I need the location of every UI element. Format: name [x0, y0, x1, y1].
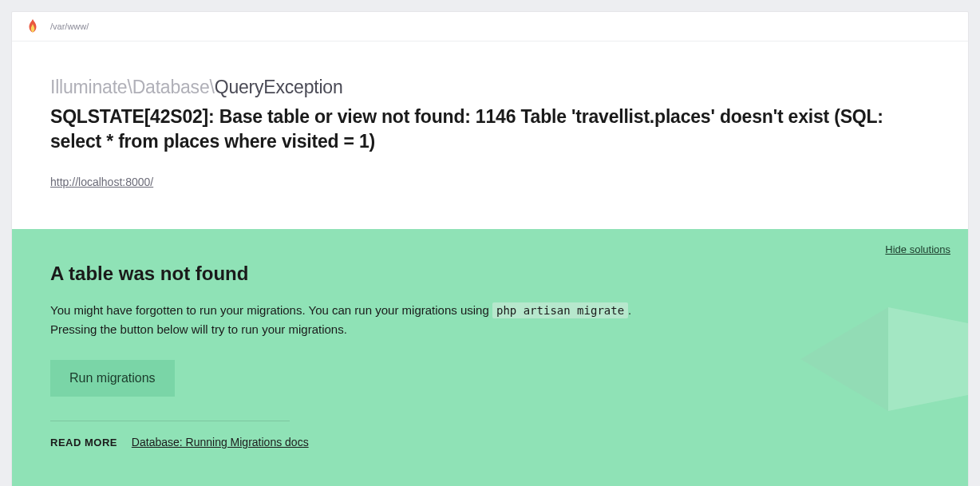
solution-panel: Hide solutions A table was not found You…	[12, 229, 968, 486]
hide-solutions-link[interactable]: Hide solutions	[885, 243, 950, 255]
exception-name: QueryException	[215, 77, 343, 97]
run-migrations-button[interactable]: Run migrations	[50, 360, 175, 397]
top-bar: /var/www/	[12, 12, 968, 41]
error-details-section: Illuminate\Database\QueryException SQLST…	[12, 41, 968, 229]
ignition-flame-icon	[28, 19, 38, 34]
read-more-label: READ MORE	[50, 437, 117, 448]
solution-code-command: php artisan migrate	[492, 302, 628, 318]
solution-desc-line2: Pressing the button below will try to ru…	[50, 322, 347, 336]
svg-marker-2	[888, 307, 968, 411]
svg-marker-0	[800, 307, 968, 411]
svg-marker-1	[800, 307, 888, 411]
solution-title: A table was not found	[50, 263, 930, 285]
solution-desc-pre: You might have forgotten to run your mig…	[50, 303, 492, 317]
read-more-row: READ MORE Database: Running Migrations d…	[50, 436, 930, 448]
app-path: /var/www/	[50, 22, 89, 31]
separator	[50, 421, 290, 421]
exception-class: Illuminate\Database\QueryException	[50, 77, 930, 98]
decorative-geometric-shape	[800, 255, 968, 463]
error-message: SQLSTATE[42S02]: Base table or view not …	[50, 105, 930, 154]
solution-description: You might have forgotten to run your mig…	[50, 301, 769, 339]
error-url-link[interactable]: http://localhost:8000/	[50, 176, 153, 188]
docs-link[interactable]: Database: Running Migrations docs	[132, 436, 309, 448]
exception-namespace: Illuminate\Database\	[50, 77, 215, 97]
solution-desc-post: .	[628, 303, 631, 317]
error-page-panel: /var/www/ Illuminate\Database\QueryExcep…	[11, 11, 969, 486]
